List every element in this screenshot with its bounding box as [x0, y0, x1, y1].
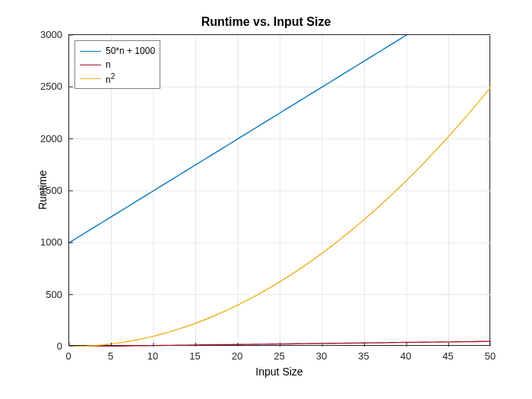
y-tick-label: 1000 [32, 236, 62, 248]
y-tick-label: 1500 [32, 185, 62, 196]
x-tick-label: 30 [316, 350, 327, 362]
x-tick-label: 40 [401, 350, 411, 362]
chart-figure: Runtime vs. Input Size Runtime Input Siz… [0, 0, 532, 399]
legend-swatch [80, 78, 101, 79]
legend-swatch [80, 51, 101, 52]
x-tick-label: 50 [485, 350, 496, 362]
y-tick-label: 500 [32, 288, 62, 299]
y-tick-label: 2000 [32, 132, 62, 144]
legend-label: 50*n + 1000 [106, 46, 155, 56]
legend-label: n [106, 59, 111, 70]
x-tick-label: 35 [358, 350, 369, 362]
legend-label: n2 [106, 72, 115, 85]
chart-title: Runtime vs. Input Size [0, 15, 532, 29]
y-tick-label: 2500 [32, 81, 62, 92]
legend-entry: 50*n + 1000 [80, 44, 155, 58]
y-tick-label: 0 [32, 340, 62, 352]
legend-entry: n2 [80, 71, 155, 85]
x-axis-label: Input Size [68, 366, 490, 378]
legend-entry: n [80, 58, 155, 71]
x-tick-label: 10 [147, 350, 158, 362]
x-tick-label: 15 [189, 350, 200, 362]
x-tick-label: 45 [442, 350, 453, 362]
x-tick-label: 20 [232, 350, 242, 362]
legend: 50*n + 1000nn2 [74, 40, 160, 89]
x-tick-label: 25 [274, 350, 284, 362]
legend-swatch [80, 65, 101, 65]
x-tick-label: 0 [65, 350, 71, 362]
x-tick-label: 5 [108, 350, 113, 362]
y-tick-label: 3000 [32, 29, 62, 40]
